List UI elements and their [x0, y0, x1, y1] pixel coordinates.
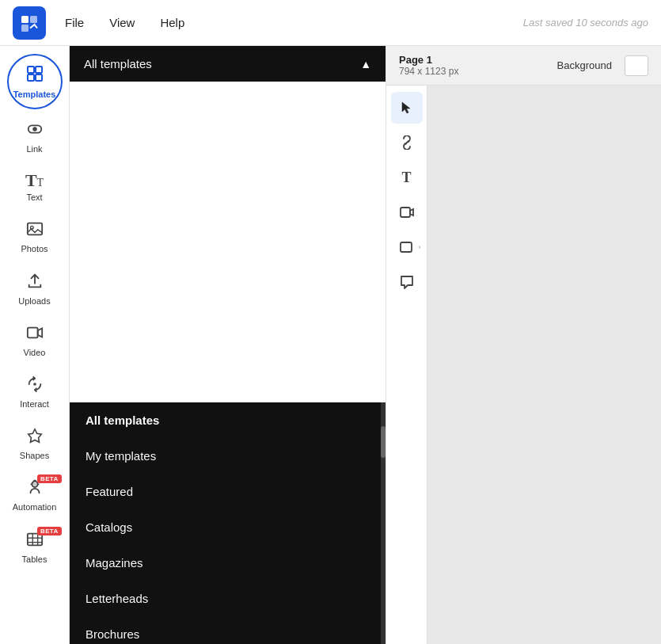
sidebar-item-text-label: Text [26, 192, 42, 203]
topbar: File View Help Last saved 10 seconds ago [0, 0, 661, 46]
dropdown-selected-label: All templates [84, 57, 152, 70]
menu-help[interactable]: Help [160, 13, 184, 32]
svg-rect-11 [27, 327, 37, 337]
canvas-area [427, 86, 661, 644]
app-logo[interactable] [13, 6, 46, 40]
templates-panel: All templates ▲ All templates My templat… [70, 46, 386, 644]
sidebar-item-tables[interactable]: BETA Tables [3, 523, 66, 571]
sidebar-item-link-label: Link [26, 144, 42, 154]
sidebar-item-interact[interactable]: Interact [3, 368, 66, 416]
dropdown-item-my-templates[interactable]: My templates [70, 438, 386, 474]
sidebar-item-templates-label: Templates [13, 90, 56, 100]
sidebar-item-shapes[interactable]: Shapes [3, 419, 66, 467]
sidebar-item-uploads-label: Uploads [18, 296, 50, 307]
svg-rect-15 [33, 480, 36, 482]
sidebar-item-tables-label: Tables [22, 554, 47, 565]
sidebar-item-uploads[interactable]: Uploads [3, 265, 66, 313]
tool-video[interactable] [391, 196, 423, 228]
page-info: Page 1 794 x 1123 px [399, 54, 458, 77]
svg-rect-34 [401, 242, 412, 252]
sidebar-item-link[interactable]: Link [3, 112, 66, 161]
tools-panel: T › [386, 86, 427, 644]
svg-rect-3 [28, 67, 34, 73]
dropdown-item-catalogs[interactable]: Catalogs [70, 509, 386, 545]
right-panel: Page 1 794 x 1123 px Background [386, 46, 661, 644]
svg-rect-0 [21, 16, 28, 23]
templates-icon [25, 64, 44, 86]
tool-cursor[interactable] [391, 92, 423, 124]
svg-point-12 [33, 383, 36, 386]
interact-icon [26, 375, 44, 396]
text-tool-icon: T [401, 170, 411, 186]
sidebar-item-video-label: Video [24, 348, 46, 358]
dropdown-menu: All templates My templates Featured Cata… [70, 402, 386, 644]
shapes-icon [26, 427, 44, 448]
svg-line-32 [405, 141, 408, 144]
shape-tool-chevron-icon: › [419, 243, 421, 251]
scrollbar-thumb [381, 426, 386, 458]
tool-shape[interactable]: › [391, 231, 423, 263]
template-category-dropdown[interactable]: All templates ▲ All templates My templat… [70, 46, 386, 367]
video-icon [26, 324, 44, 345]
menu-file[interactable]: File [65, 13, 84, 32]
svg-rect-6 [36, 74, 42, 81]
svg-rect-1 [30, 16, 37, 23]
sidebar-item-video[interactable]: Video [3, 316, 66, 364]
dropdown-item-magazines[interactable]: Magazines [70, 545, 386, 581]
autosave-status: Last saved 10 seconds ago [523, 17, 648, 29]
page-title: Page 1 [399, 54, 458, 66]
sidebar-item-text[interactable]: TT Text [3, 164, 66, 209]
svg-rect-5 [28, 74, 34, 81]
topbar-menu: File View Help [65, 13, 523, 32]
tables-beta-badge: BETA [37, 527, 61, 535]
sidebar-item-photos-label: Photos [21, 244, 47, 254]
background-color-swatch[interactable] [625, 55, 648, 76]
dropdown-scrollbar[interactable] [381, 402, 386, 644]
tool-text[interactable]: T [391, 162, 423, 193]
tool-link[interactable] [391, 127, 423, 158]
sidebar-item-automation-label: Automation [13, 502, 57, 513]
automation-beta-badge: BETA [37, 474, 61, 483]
page-info-bar: Page 1 794 x 1123 px Background [386, 46, 661, 86]
sidebar: Templates Link TT Text P [0, 46, 70, 644]
menu-view[interactable]: View [109, 13, 135, 32]
svg-point-16 [30, 484, 32, 486]
sidebar-item-automation[interactable]: BETA Automation [3, 471, 66, 519]
svg-rect-2 [21, 25, 28, 32]
dropdown-item-all-templates[interactable]: All templates [70, 402, 386, 438]
chevron-up-icon: ▲ [360, 58, 371, 70]
main-layout: Templates Link TT Text P [0, 46, 661, 644]
svg-rect-33 [401, 208, 410, 217]
uploads-icon [26, 272, 44, 293]
sidebar-item-templates[interactable]: Templates [7, 54, 63, 109]
dropdown-item-featured[interactable]: Featured [70, 474, 386, 509]
photos-icon [26, 220, 44, 241]
right-inner: T › [386, 86, 661, 644]
svg-rect-4 [36, 67, 42, 73]
text-icon: TT [25, 172, 44, 189]
svg-rect-14 [32, 483, 37, 486]
dropdown-item-brochures[interactable]: Brochures [70, 616, 386, 644]
tool-comment[interactable] [391, 266, 423, 298]
dropdown-item-letterheads[interactable]: Letterheads [70, 581, 386, 616]
link-icon [26, 120, 44, 141]
svg-rect-8 [32, 127, 37, 131]
sidebar-item-interact-label: Interact [20, 399, 49, 410]
sidebar-item-photos[interactable]: Photos [3, 212, 66, 261]
dropdown-trigger[interactable]: All templates ▲ [70, 46, 386, 82]
page-dimensions: 794 x 1123 px [399, 66, 458, 77]
svg-point-17 [37, 484, 39, 486]
sidebar-item-shapes-label: Shapes [20, 451, 49, 461]
background-label: Background [557, 59, 612, 71]
